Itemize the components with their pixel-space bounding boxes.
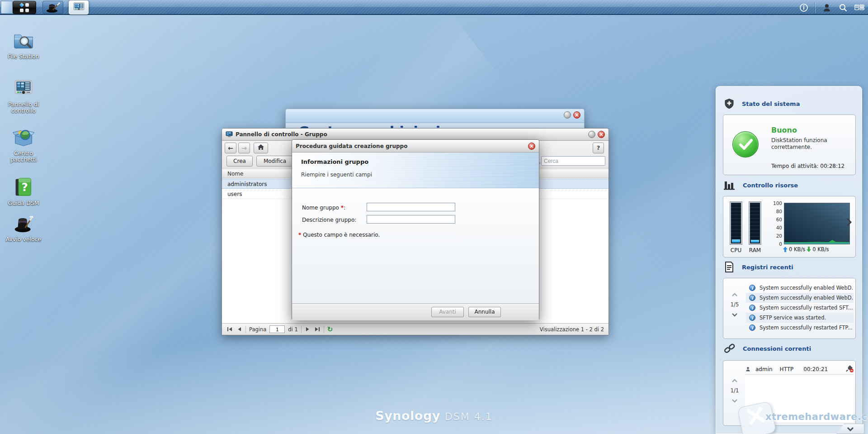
cancel-button[interactable]: Annulla bbox=[468, 307, 501, 317]
group-creation-wizard-dialog: Procedura guidata creazione gruppo Infor… bbox=[292, 139, 539, 320]
first-page-button[interactable] bbox=[226, 327, 233, 332]
logs-pager: 1/5 bbox=[727, 290, 742, 319]
forward-button[interactable]: → bbox=[238, 143, 250, 153]
show-desktop-button[interactable] bbox=[1, 1, 13, 14]
group-description-input[interactable] bbox=[367, 215, 455, 224]
desktop-icon-dsm-help[interactable]: ? Guida DSM bbox=[2, 176, 45, 206]
search-input[interactable] bbox=[541, 156, 605, 166]
required-field-note: * Questo campo è necessario. bbox=[298, 232, 380, 238]
desktop-icon-package-center[interactable]: Centro pacchetti bbox=[2, 127, 45, 163]
info-icon[interactable] bbox=[799, 3, 809, 13]
control-panel-mini-icon bbox=[69, 1, 88, 14]
page-label: Pagina bbox=[249, 326, 266, 333]
close-button[interactable] bbox=[528, 143, 535, 150]
user-icon bbox=[745, 366, 751, 372]
network-graph bbox=[784, 203, 850, 244]
next-button[interactable]: Avanti bbox=[431, 307, 464, 317]
taskbar bbox=[0, 0, 868, 15]
connections-card: 1/1 admin HTTP 00:20:21 bbox=[723, 360, 856, 426]
quick-start-hat-icon bbox=[13, 213, 34, 234]
connections-list-area bbox=[745, 374, 854, 422]
home-icon bbox=[257, 144, 264, 150]
wizard-titlebar: Procedura guidata creazione gruppo bbox=[292, 140, 539, 153]
page-input[interactable] bbox=[269, 325, 285, 333]
prev-page-button[interactable] bbox=[236, 327, 242, 332]
taskbar-separator bbox=[815, 3, 816, 13]
upload-speed: 0 KB/s bbox=[789, 246, 805, 253]
package-center-icon bbox=[13, 127, 34, 148]
section-title: Controllo risorse bbox=[743, 182, 798, 189]
refresh-button[interactable] bbox=[327, 326, 333, 333]
info-log-icon: i bbox=[749, 324, 755, 331]
help-button[interactable] bbox=[593, 143, 604, 153]
pilot-view-icon[interactable] bbox=[854, 3, 864, 13]
download-speed: 0 KB/s bbox=[812, 246, 829, 253]
y-tick: 20 bbox=[770, 233, 782, 238]
system-widget-panel: Stato del sistema Buono DiskStation funz… bbox=[716, 86, 862, 434]
log-entry: iSystem successfully enabled WebD... bbox=[746, 293, 854, 303]
log-entry: iSystem successfully restarted FTP... bbox=[746, 323, 854, 333]
search-icon[interactable] bbox=[838, 3, 848, 13]
next-page-button[interactable] bbox=[305, 327, 311, 332]
scroll-up-button[interactable] bbox=[731, 290, 738, 299]
taskbar-task-control-panel[interactable] bbox=[69, 0, 89, 14]
dsm-help-icon: ? bbox=[13, 176, 34, 197]
scroll-down-button[interactable] bbox=[731, 310, 738, 319]
wizard-header: Informazioni gruppo Riempire i seguenti … bbox=[292, 153, 539, 188]
recent-logs-card: 1/5 iSystem successfully enabled WebD...… bbox=[723, 278, 856, 339]
last-page-button[interactable] bbox=[314, 327, 321, 332]
control-panel-titlebar: Pannello di controllo - Gruppo bbox=[222, 129, 609, 141]
resource-monitor-card: CPU RAM 100 80 60 40 20 0 0 KB/s 0 KB/s bbox=[723, 196, 856, 258]
desktop-icon-label: File Station bbox=[2, 53, 45, 60]
resource-details-arrow[interactable] bbox=[846, 218, 852, 228]
ram-meter bbox=[749, 202, 761, 244]
recent-logs-section-header: Registri recenti bbox=[724, 261, 793, 273]
pager-label: 1/5 bbox=[727, 301, 742, 308]
disconnect-icon[interactable] bbox=[845, 364, 854, 374]
connection-protocol: HTTP bbox=[780, 366, 794, 372]
separator bbox=[301, 326, 302, 333]
scroll-up-button[interactable] bbox=[731, 376, 738, 385]
y-tick: 100 bbox=[770, 200, 782, 206]
info-log-icon: i bbox=[749, 285, 755, 291]
connection-user: admin bbox=[755, 366, 773, 372]
wizard-heading: Informazioni gruppo bbox=[301, 158, 368, 165]
user-menu-button[interactable] bbox=[822, 3, 832, 13]
group-name-label: Nome gruppo *: bbox=[302, 205, 345, 211]
control-panel-icon bbox=[13, 78, 34, 99]
uptime-label: Tempo di attività: 00:28:12 bbox=[771, 163, 844, 169]
wizard-body: Nome gruppo *: Descrizione gruppo: * Que… bbox=[292, 188, 539, 303]
svg-text:?: ? bbox=[22, 181, 28, 194]
scroll-down-button[interactable] bbox=[731, 396, 738, 405]
create-button[interactable]: Crea bbox=[226, 156, 253, 167]
quick-launch-button[interactable] bbox=[42, 1, 63, 14]
system-status-card: Buono DiskStation funziona correttamente… bbox=[723, 114, 856, 175]
desktop-icon-file-station[interactable]: File Station bbox=[2, 30, 45, 60]
desktop-icon-control-panel[interactable]: Pannello di controllo bbox=[2, 78, 45, 114]
connections-pager: 1/1 bbox=[727, 376, 742, 405]
pagination-bar: Pagina di 1 Visualizzazione 1 - 2 di 2 bbox=[222, 323, 609, 335]
connection-time: 00:20:21 bbox=[803, 366, 828, 372]
window-icon bbox=[226, 131, 233, 138]
main-menu-button[interactable] bbox=[13, 1, 36, 14]
minimize-button[interactable] bbox=[588, 131, 595, 138]
health-description: DiskStation funziona correttamente. bbox=[771, 137, 844, 151]
section-title: Registri recenti bbox=[742, 264, 793, 271]
log-entry: iSystem successfully enabled WebD... bbox=[746, 283, 854, 293]
group-name-input[interactable] bbox=[367, 203, 455, 211]
window-title: Pannello di controllo - Gruppo bbox=[236, 131, 327, 138]
close-button[interactable] bbox=[598, 131, 605, 138]
separator bbox=[245, 326, 246, 333]
minimize-button[interactable] bbox=[564, 111, 571, 119]
info-log-icon: i bbox=[749, 315, 755, 321]
desktop-icon-quick-start[interactable]: Avvio veloce bbox=[2, 213, 45, 243]
group-description-label: Descrizione gruppo: bbox=[302, 217, 356, 223]
storage-manager-titlebar bbox=[286, 109, 584, 123]
info-log-icon: i bbox=[749, 295, 755, 301]
close-button[interactable] bbox=[573, 111, 580, 119]
modify-button[interactable]: Modifica bbox=[256, 156, 293, 167]
home-button[interactable] bbox=[254, 143, 268, 153]
back-button[interactable]: ← bbox=[225, 143, 236, 153]
dsm-version: DSM 4.1 bbox=[445, 411, 493, 422]
health-status: Buono bbox=[771, 126, 797, 134]
